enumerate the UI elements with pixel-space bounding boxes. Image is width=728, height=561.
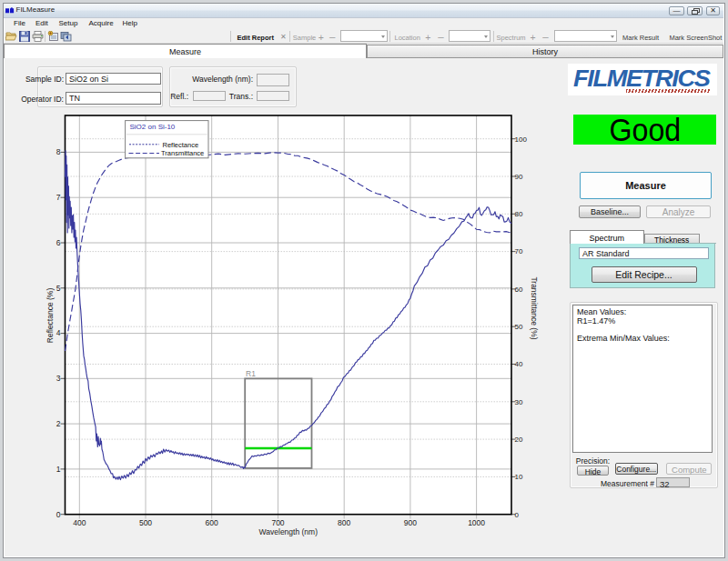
svg-text:3: 3 [56, 374, 61, 383]
svg-text:90: 90 [515, 173, 523, 181]
svg-text:Wavelength (nm): Wavelength (nm) [259, 527, 318, 536]
svg-text:0: 0 [515, 511, 520, 519]
svg-text:1000: 1000 [468, 518, 485, 527]
svg-text:700: 700 [271, 518, 284, 527]
svg-text:Reflectance (%): Reflectance (%) [46, 288, 55, 344]
svg-text:60: 60 [515, 286, 523, 294]
svg-text:80: 80 [515, 210, 523, 218]
svg-text:400: 400 [73, 518, 86, 527]
svg-text:SiO2 on Si-10: SiO2 on Si-10 [130, 123, 176, 131]
svg-text:600: 600 [206, 518, 218, 527]
svg-text:40: 40 [515, 360, 523, 368]
svg-text:0: 0 [56, 510, 61, 519]
svg-text:Transmittance: Transmittance [161, 149, 204, 157]
svg-text:8: 8 [56, 147, 61, 156]
svg-text:1: 1 [56, 465, 61, 474]
svg-text:4: 4 [56, 328, 61, 337]
svg-text:500: 500 [139, 518, 152, 527]
svg-text:30: 30 [515, 398, 523, 406]
svg-text:800: 800 [338, 518, 350, 527]
svg-text:70: 70 [515, 247, 523, 255]
svg-text:5: 5 [56, 284, 61, 293]
svg-text:Reflectance: Reflectance [163, 141, 199, 149]
svg-text:20: 20 [515, 436, 523, 444]
svg-text:7: 7 [56, 193, 61, 202]
svg-text:2: 2 [56, 419, 61, 428]
svg-text:6: 6 [56, 238, 61, 247]
svg-text:10: 10 [515, 473, 523, 481]
svg-text:50: 50 [515, 323, 523, 331]
svg-text:100: 100 [515, 135, 528, 144]
svg-text:Transmittance (%): Transmittance (%) [530, 276, 539, 339]
svg-text:R1: R1 [246, 369, 256, 378]
svg-text:900: 900 [404, 518, 417, 527]
